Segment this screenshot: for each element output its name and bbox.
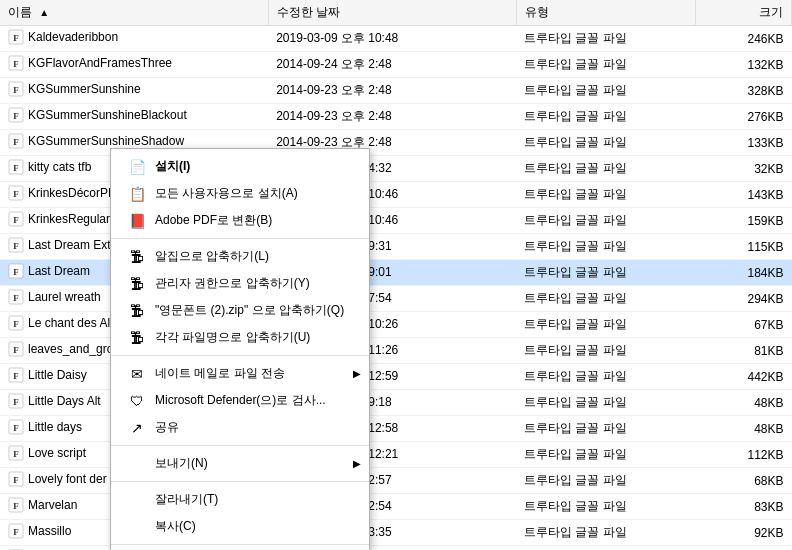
col-header-type[interactable]: 유형 xyxy=(516,0,695,26)
table-row[interactable]: F KGSummerSunshineBlackout 2014-09-23 오후… xyxy=(0,104,792,130)
file-icon: F KGSummerSunshineShadow xyxy=(8,133,184,149)
file-type-cell: 트루타입 글꼴 파일 xyxy=(516,286,695,312)
menu-item-install[interactable]: 📄설치(I) xyxy=(111,153,369,180)
file-type-cell: 트루타입 글꼴 파일 xyxy=(516,130,695,156)
font-file-icon: F xyxy=(8,289,24,305)
file-size-cell: 159KB xyxy=(695,208,791,234)
file-type-cell: 트루타입 글꼴 파일 xyxy=(516,364,695,390)
menu-separator xyxy=(111,481,369,482)
font-file-icon: F xyxy=(8,107,24,123)
file-size-cell: 67KB xyxy=(695,312,791,338)
file-date-cell: 2014-09-23 오후 2:48 xyxy=(268,104,516,130)
file-icon: F Little Days Alt xyxy=(8,393,101,409)
menu-item-install-all[interactable]: 📋모든 사용자용으로 설치(A) xyxy=(111,180,369,207)
menu-item-defender[interactable]: 🛡Microsoft Defender(으)로 검사... xyxy=(111,387,369,414)
menu-separator xyxy=(111,355,369,356)
menu-item-share[interactable]: ↗공유 xyxy=(111,414,369,441)
table-row[interactable]: F KGFlavorAndFramesThree 2014-09-24 오후 2… xyxy=(0,52,792,78)
svg-text:F: F xyxy=(13,267,19,277)
file-name-cell: F KGFlavorAndFramesThree xyxy=(0,52,268,78)
table-row[interactable]: F Kaldevaderibbon 2019-03-09 오후 10:48트루타… xyxy=(0,26,792,52)
file-size-cell: 246KB xyxy=(695,26,791,52)
menu-item-compress-zip[interactable]: 🗜"영문폰트 (2).zip" 으로 압축하기(Q) xyxy=(111,297,369,324)
font-file-icon: F xyxy=(8,315,24,331)
file-size-cell: 132KB xyxy=(695,52,791,78)
file-type-cell: 트루타입 글꼴 파일 xyxy=(516,156,695,182)
file-size-cell: 92KB xyxy=(695,520,791,546)
file-name-label: Last Dream Ext xyxy=(28,238,111,252)
file-type-cell: 트루타입 글꼴 파일 xyxy=(516,416,695,442)
submenu-arrow: ▶ xyxy=(353,368,361,379)
font-file-icon: F xyxy=(8,55,24,71)
file-icon: F Kaldevaderibbon xyxy=(8,29,118,45)
svg-text:F: F xyxy=(13,59,19,69)
svg-text:F: F xyxy=(13,423,19,433)
file-type-cell: 트루타입 글꼴 파일 xyxy=(516,468,695,494)
submenu-arrow: ▶ xyxy=(353,458,361,469)
file-size-cell: 112KB xyxy=(695,442,791,468)
file-icon: F KrinkesRegularPE xyxy=(8,211,126,227)
menu-separator xyxy=(111,544,369,545)
font-file-icon: F xyxy=(8,185,24,201)
file-size-cell: 184KB xyxy=(695,260,791,286)
menu-icon-send-naver: ✉ xyxy=(127,366,147,382)
svg-text:F: F xyxy=(13,371,19,381)
file-name-cell: F KGSummerSunshine xyxy=(0,78,268,104)
menu-label-compress: 알집으로 압축하기(L) xyxy=(155,248,269,265)
font-file-icon: F xyxy=(8,133,24,149)
file-name-label: Last Dream xyxy=(28,264,90,278)
file-size-cell: 294KB xyxy=(695,286,791,312)
file-name-label: KGSummerSunshineBlackout xyxy=(28,108,187,122)
file-type-cell: 트루타입 글꼴 파일 xyxy=(516,338,695,364)
svg-text:F: F xyxy=(13,111,19,121)
font-file-icon: F xyxy=(8,523,24,539)
svg-text:F: F xyxy=(13,449,19,459)
file-icon: F Laurel wreath xyxy=(8,289,101,305)
file-icon: F Love script xyxy=(8,445,86,461)
file-icon: F Last Dream xyxy=(8,263,90,279)
menu-item-compress-each[interactable]: 🗜각각 파일명으로 압축하기(U) xyxy=(111,324,369,351)
file-icon: F Le chant des Al xyxy=(8,315,110,331)
table-row[interactable]: F KGSummerSunshine 2014-09-23 오후 2:48트루타… xyxy=(0,78,792,104)
col-header-size[interactable]: 크기 xyxy=(695,0,791,26)
file-size-cell: 48KB xyxy=(695,390,791,416)
col-header-date[interactable]: 수정한 날짜 xyxy=(268,0,516,26)
menu-item-cut[interactable]: 잘라내기(T) xyxy=(111,486,369,513)
file-name-label: KGSummerSunshineShadow xyxy=(28,134,184,148)
menu-separator xyxy=(111,445,369,446)
menu-item-send[interactable]: 보내기(N)▶ xyxy=(111,450,369,477)
menu-label-send: 보내기(N) xyxy=(155,455,208,472)
menu-icon-compress-each: 🗜 xyxy=(127,330,147,346)
file-name-label: kitty cats tfb xyxy=(28,160,91,174)
file-date-cell: 2019-03-09 오후 10:48 xyxy=(268,26,516,52)
menu-item-compress[interactable]: 🗜알집으로 압축하기(L) xyxy=(111,243,369,270)
file-name-label: Little Daisy xyxy=(28,368,87,382)
font-file-icon: F xyxy=(8,29,24,45)
col-header-name[interactable]: 이름 ▲ xyxy=(0,0,268,26)
menu-label-pdf: Adobe PDF로 변환(B) xyxy=(155,212,272,229)
menu-item-compress-admin[interactable]: 🗜관리자 권한으로 압축하기(Y) xyxy=(111,270,369,297)
menu-item-pdf[interactable]: 📕Adobe PDF로 변환(B) xyxy=(111,207,369,234)
menu-icon-send xyxy=(127,456,147,472)
menu-icon-share: ↗ xyxy=(127,420,147,436)
font-file-icon: F xyxy=(8,445,24,461)
file-size-cell: 804KB xyxy=(695,546,791,551)
file-name-cell: F Kaldevaderibbon xyxy=(0,26,268,52)
menu-icon-compress: 🗜 xyxy=(127,249,147,265)
svg-text:F: F xyxy=(13,397,19,407)
menu-label-copy: 복사(C) xyxy=(155,518,196,535)
menu-item-send-naver[interactable]: ✉네이트 메일로 파일 전송▶ xyxy=(111,360,369,387)
menu-icon-cut xyxy=(127,492,147,508)
menu-icon-compress-zip: 🗜 xyxy=(127,303,147,319)
menu-label-compress-zip: "영문폰트 (2).zip" 으로 압축하기(Q) xyxy=(155,302,344,319)
menu-label-cut: 잘라내기(T) xyxy=(155,491,218,508)
font-file-icon: F xyxy=(8,393,24,409)
file-name-label: KGFlavorAndFramesThree xyxy=(28,56,172,70)
file-type-cell: 트루타입 글꼴 파일 xyxy=(516,442,695,468)
file-name-label: Lovely font der xyxy=(28,472,107,486)
menu-icon-defender: 🛡 xyxy=(127,393,147,409)
menu-label-compress-each: 각각 파일명으로 압축하기(U) xyxy=(155,329,310,346)
file-name-label: Love script xyxy=(28,446,86,460)
menu-item-copy[interactable]: 복사(C) xyxy=(111,513,369,540)
file-size-cell: 81KB xyxy=(695,338,791,364)
